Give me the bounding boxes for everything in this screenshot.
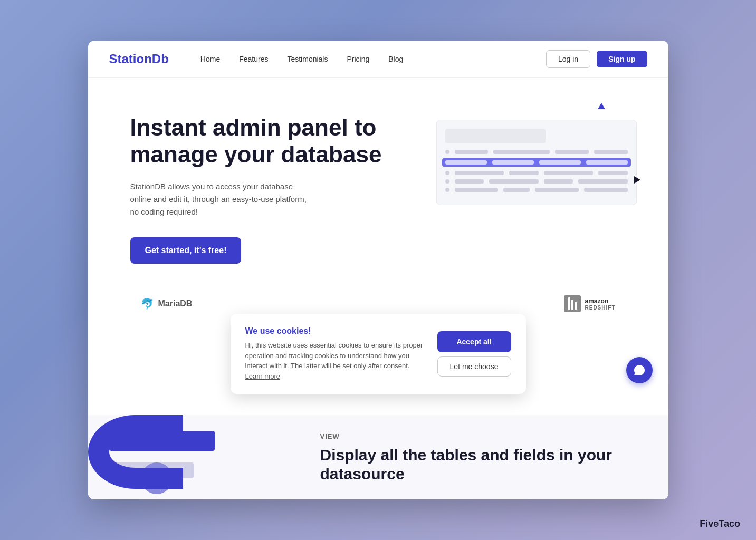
- chat-icon: [633, 364, 646, 377]
- let-me-choose-button[interactable]: Let me choose: [437, 356, 511, 377]
- chat-bubble-button[interactable]: [626, 357, 653, 383]
- nav-testimonials[interactable]: Testimonials: [287, 55, 328, 63]
- amazon-icon: [564, 295, 581, 312]
- cell: [584, 188, 628, 192]
- cell: [455, 188, 499, 192]
- login-button[interactable]: Log in: [546, 50, 590, 68]
- bottom-right: VIEW Display all the tables and fields i…: [299, 417, 668, 499]
- cell: [455, 171, 504, 175]
- accept-all-button[interactable]: Accept all: [437, 331, 511, 352]
- c-shape: [88, 415, 183, 489]
- nav-home[interactable]: Home: [200, 55, 220, 63]
- cookie-buttons: Accept all Let me choose: [437, 331, 511, 377]
- row-dot: [445, 171, 449, 175]
- logo[interactable]: StationDb: [109, 52, 169, 66]
- cell: [455, 179, 484, 184]
- cookie-description: Hi, this website uses essential cookies …: [245, 340, 425, 381]
- table-row: [445, 171, 628, 175]
- bottom-section: VIEW Display all the tables and fields i…: [88, 415, 668, 499]
- learn-more-link[interactable]: Learn more: [245, 372, 280, 380]
- cell: [539, 160, 581, 165]
- nav-features[interactable]: Features: [239, 55, 268, 63]
- mariadb-logo: 🐬 MariaDB: [141, 297, 193, 310]
- cell: [509, 171, 539, 175]
- amazon-label: amazon REDSHIFT: [585, 297, 616, 311]
- cell: [544, 171, 593, 175]
- hero-description: StationDB allows you to access your data…: [130, 180, 310, 218]
- cookie-text: We use cookies! Hi, this website uses es…: [245, 326, 425, 381]
- section-label: VIEW: [320, 432, 647, 440]
- cell: [555, 150, 589, 154]
- navbar: StationDb Home Features Testimonials Pri…: [88, 41, 668, 78]
- row-dot: [445, 179, 449, 184]
- amazon-logo: amazon REDSHIFT: [564, 295, 616, 312]
- cell: [455, 150, 489, 154]
- hero-illustration: [436, 109, 637, 205]
- cell: [503, 188, 530, 192]
- cell: [586, 160, 628, 165]
- cookie-banner: We use cookies! Hi, this website uses es…: [231, 314, 526, 394]
- cookie-title: We use cookies!: [245, 326, 425, 336]
- svg-rect-1: [571, 300, 573, 310]
- cell: [493, 150, 549, 154]
- table-row-selected: [442, 158, 631, 167]
- cell: [492, 160, 534, 165]
- nav-links: Home Features Testimonials Pricing Blog: [200, 55, 546, 63]
- db-table-mock: [436, 120, 637, 205]
- signup-button[interactable]: Sign up: [597, 51, 647, 68]
- mariadb-label: MariaDB: [158, 299, 193, 308]
- svg-rect-0: [568, 297, 570, 310]
- cell: [489, 179, 538, 184]
- row-dot: [445, 150, 449, 154]
- cursor-right-icon: [634, 176, 640, 184]
- browser-window: StationDb Home Features Testimonials Pri…: [88, 41, 668, 499]
- cell: [544, 179, 573, 184]
- cursor-top-icon: [598, 103, 605, 109]
- table-row: [445, 150, 628, 154]
- hero-title: Instant admin panel to manage your datab…: [130, 114, 405, 168]
- cell: [535, 188, 579, 192]
- svg-rect-2: [575, 302, 577, 310]
- cell: [445, 160, 487, 165]
- hero-section: Instant admin panel to manage your datab…: [88, 78, 668, 285]
- hero-text: Instant admin panel to manage your datab…: [130, 109, 405, 264]
- bottom-illustration: [88, 415, 299, 499]
- mariadb-icon: 🐬: [141, 297, 154, 310]
- table-header: [445, 129, 546, 143]
- section-title: Display all the tables and fields in you…: [320, 446, 647, 484]
- cell: [598, 171, 628, 175]
- cta-button[interactable]: Get started, it's free!: [130, 237, 242, 264]
- nav-blog[interactable]: Blog: [388, 55, 403, 63]
- cell: [594, 150, 628, 154]
- nav-pricing[interactable]: Pricing: [347, 55, 369, 63]
- nav-actions: Log in Sign up: [546, 50, 647, 68]
- cell: [578, 179, 627, 184]
- table-row: [445, 179, 628, 184]
- row-dot: [445, 188, 449, 192]
- watermark: FiveTaco: [700, 518, 740, 529]
- table-row: [445, 188, 628, 192]
- main-content: Instant admin panel to manage your datab…: [88, 78, 668, 499]
